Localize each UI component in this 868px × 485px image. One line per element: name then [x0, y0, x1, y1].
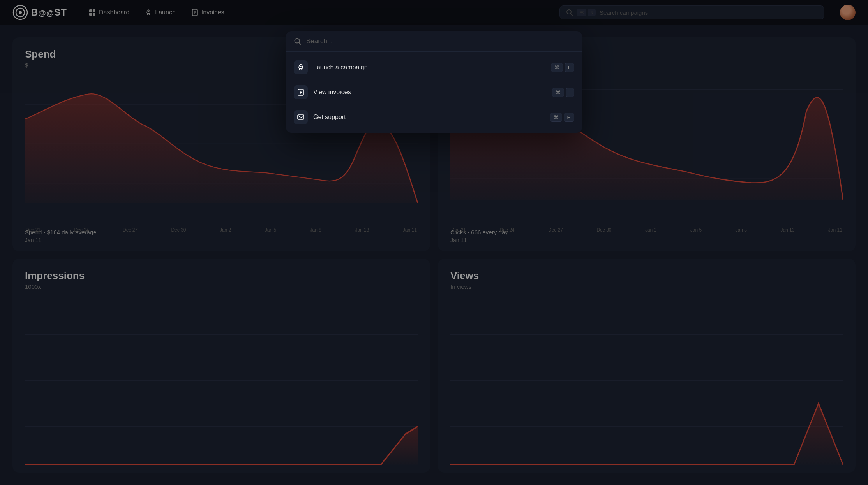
cp-support-shortcut: ⌘ H — [550, 113, 574, 122]
cp-invoices-label: View invoices — [313, 89, 547, 96]
cp-item-launch-campaign[interactable]: Launch a campaign ⌘ L — [286, 55, 582, 80]
cp-invoices-mod: ⌘ — [552, 88, 564, 97]
cp-invoices-key: I — [566, 88, 574, 97]
cp-launch-icon — [294, 60, 308, 74]
invoice-icon: $ — [297, 88, 305, 96]
cp-support-label: Get support — [313, 114, 545, 121]
cp-invoices-icon: $ — [294, 85, 308, 99]
cp-search-input[interactable] — [306, 37, 574, 45]
svg-point-28 — [300, 66, 302, 67]
command-palette-overlay[interactable]: Launch a campaign ⌘ L $ View — [0, 0, 868, 485]
svg-text:$: $ — [300, 91, 302, 94]
cp-launch-key: L — [565, 63, 574, 72]
cp-support-icon — [294, 110, 308, 124]
command-palette: Launch a campaign ⌘ L $ View — [286, 31, 582, 133]
cp-items-list: Launch a campaign ⌘ L $ View — [286, 52, 582, 133]
rocket-icon — [297, 63, 305, 71]
cp-item-view-invoices[interactable]: $ View invoices ⌘ I — [286, 80, 582, 105]
cp-search-icon — [294, 37, 302, 45]
cp-launch-mod: ⌘ — [551, 63, 563, 72]
cp-invoices-shortcut: ⌘ I — [552, 88, 574, 97]
cp-support-key: H — [564, 113, 574, 122]
cp-launch-shortcut: ⌘ L — [551, 63, 574, 72]
cp-support-mod: ⌘ — [550, 113, 562, 122]
cp-search-area — [286, 31, 582, 52]
cp-item-get-support[interactable]: Get support ⌘ H — [286, 105, 582, 130]
mail-icon — [297, 113, 305, 121]
svg-line-27 — [299, 42, 301, 44]
cp-launch-label: Launch a campaign — [313, 64, 545, 71]
